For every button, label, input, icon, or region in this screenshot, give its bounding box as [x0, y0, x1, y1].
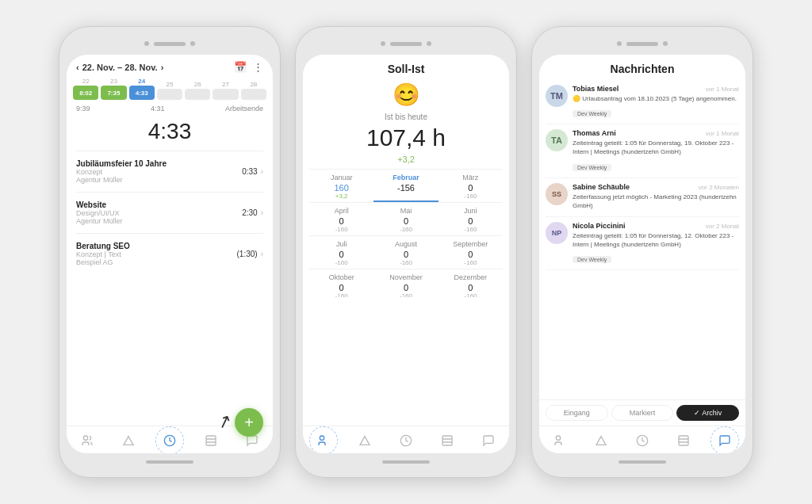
message-1[interactable]: TM Tobias Miesel vor 1 Monat 🟡 Urlaubsan…: [546, 80, 739, 124]
svg-rect-3: [206, 436, 216, 445]
months-row-4: Oktober 0 -160 November 0 -160 Dezember …: [309, 269, 503, 297]
day-label-thu: 25: [167, 81, 174, 88]
p3-nav-active-ring: [710, 426, 739, 453]
msg-1-header: Tobias Miesel vor 1 Monat: [573, 85, 739, 93]
month-oktober[interactable]: Oktober 0 -160: [309, 269, 373, 297]
message-3[interactable]: SS Sabine Schäuble vor 2 Monaten Zeiterf…: [546, 178, 739, 217]
day-bar-mon: 8:02: [73, 86, 98, 100]
month-label-mai: Mai: [377, 207, 435, 215]
month-januar[interactable]: Januar 160 +3,2: [309, 170, 373, 202]
day-bar-tue: 7:35: [101, 86, 126, 100]
phone-3-notch: [539, 37, 745, 50]
p3-nav-list-icon[interactable]: [671, 431, 696, 450]
day-col-mon[interactable]: 22 8:02: [73, 78, 98, 100]
notch-dot-6: [663, 41, 668, 46]
msg-1-time: vor 1 Monat: [706, 86, 739, 93]
task-2[interactable]: Website Design/UI/UX Agentur Müller 2:30…: [67, 196, 273, 230]
p2-nav-list-icon[interactable]: [435, 431, 460, 450]
month-val-jan: 160: [312, 183, 370, 193]
task-3-info: Beratung SEO Konzept | Text Beispiel AG: [76, 242, 237, 266]
month-val-mar: 0: [442, 183, 500, 193]
msg-1-content: Tobias Miesel vor 1 Monat 🟡 Urlaubsantra…: [573, 85, 739, 119]
task-1[interactable]: Jubiläumsfeier 10 Jahre Konzept Agentur …: [67, 155, 273, 189]
task-3-time: (1:30): [237, 250, 258, 258]
task-3-chevron: ›: [261, 250, 263, 258]
month-sub-aug: -160: [377, 259, 435, 266]
msg-2-tag[interactable]: Dev Weekly: [573, 164, 611, 171]
p1-days-row: 22 8:02 23 7:35 24 4:33 25 — 26 —: [67, 76, 273, 101]
month-april[interactable]: April 0 -160: [309, 203, 373, 235]
msg-2-content: Thomas Arni vor 1 Monat Zeiteintrag gete…: [573, 129, 739, 172]
msg-4-text: Zeiteintrag geteilt: 1:05 für Donnerstag…: [573, 231, 739, 249]
p1-nav[interactable]: ‹ 22. Nov. – 28. Nov. ›: [76, 63, 163, 72]
msg-4-tag[interactable]: Dev Weekly: [573, 256, 611, 263]
task-3[interactable]: Beratung SEO Konzept | Text Beispiel AG …: [67, 237, 273, 271]
month-august[interactable]: August 0 -160: [373, 236, 438, 269]
task-2-sub: Design/UI/UX: [76, 209, 242, 217]
month-label-apr: April: [312, 207, 370, 215]
day-col-fri[interactable]: 26 —: [185, 81, 210, 100]
month-label-jul: Juli: [312, 240, 370, 248]
month-dezember[interactable]: Dezember 0 -160: [439, 269, 503, 297]
month-sub-sep: -160: [442, 259, 500, 266]
nav-clock-icon[interactable]: [157, 431, 182, 450]
p3-nav-clock-icon[interactable]: [630, 431, 655, 450]
month-sub-mai: -160: [377, 226, 435, 233]
month-maerz[interactable]: März 0 -160: [439, 170, 503, 202]
tab-eingang[interactable]: Eingang: [546, 405, 608, 421]
day-bar-fri: —: [185, 89, 210, 100]
prev-week-button[interactable]: ‹: [76, 63, 79, 72]
day-col-sat[interactable]: 27 —: [213, 81, 238, 100]
phone-1-screen: ‹ 22. Nov. – 28. Nov. › 📅 ⋮ 22 8:02 23 7…: [67, 55, 273, 453]
day-col-wed[interactable]: 24 4:33: [129, 78, 155, 100]
p3-nav-people-icon[interactable]: [547, 431, 573, 450]
nav-mountain-icon[interactable]: [116, 431, 141, 450]
month-mai[interactable]: Mai 0 -160: [373, 203, 438, 235]
calendar-icon[interactable]: 📅: [234, 61, 247, 73]
task-3-client: Beispiel AG: [76, 258, 237, 266]
task-3-name: Beratung SEO: [76, 242, 237, 250]
month-november[interactable]: November 0 -160: [373, 269, 438, 297]
month-juni[interactable]: Juni 0 -160: [439, 203, 503, 235]
time-end: Arbeitsende: [225, 105, 263, 113]
day-col-tue[interactable]: 23 7:35: [101, 78, 126, 100]
p2-nav-mountain-icon[interactable]: [352, 431, 377, 450]
month-juli[interactable]: Juli 0 -160: [309, 236, 373, 269]
msg-2-sender: Thomas Arni: [573, 129, 616, 137]
day-col-sun[interactable]: 28 —: [241, 81, 266, 100]
msg-4-sender: Nicola Piccinini: [573, 222, 626, 230]
phone-2-screen: Soll-Ist 😊 Ist bis heute 107,4 h +3,2 Ja…: [303, 55, 509, 453]
p3-nav-chat-icon[interactable]: [712, 431, 737, 450]
avatar-sabine: SS: [546, 183, 568, 205]
month-sub-jan: +3,2: [312, 193, 370, 200]
p2-title: Soll-Ist: [303, 55, 509, 78]
p3-nav-mountain-icon[interactable]: [588, 431, 614, 450]
p1-header-icons: 📅 ⋮: [234, 61, 263, 73]
date-range: 22. Nov. – 28. Nov.: [82, 63, 158, 72]
message-2[interactable]: TA Thomas Arni vor 1 Monat Zeiteintrag g…: [546, 124, 739, 178]
home-bar: [146, 460, 193, 464]
month-label-dez: Dezember: [442, 273, 500, 281]
msg-4-content: Nicola Piccinini vor 2 Monat Zeiteintrag…: [573, 222, 739, 265]
month-september[interactable]: September 0 -160: [439, 236, 503, 269]
day-col-thu[interactable]: 25 —: [157, 81, 182, 100]
more-options-icon[interactable]: ⋮: [253, 61, 263, 73]
p2-bottom-nav: [303, 426, 509, 453]
month-februar[interactable]: Februar -156: [373, 170, 438, 202]
message-4[interactable]: NP Nicola Piccinini vor 2 Monat Zeiteint…: [546, 217, 739, 270]
p2-nav-people-icon[interactable]: [311, 431, 336, 450]
msg-3-header: Sabine Schäuble vor 2 Monaten: [573, 183, 739, 191]
month-val-jun: 0: [442, 216, 500, 226]
p2-nav-chat-icon[interactable]: [476, 431, 501, 450]
task-1-client: Agentur Müller: [76, 176, 242, 184]
phone-2: Soll-Ist 😊 Ist bis heute 107,4 h +3,2 Ja…: [295, 26, 517, 478]
next-week-button[interactable]: ›: [161, 63, 164, 72]
day-bar-wed: 4:33: [129, 86, 155, 100]
nav-people-icon[interactable]: [75, 431, 100, 450]
tab-markiert[interactable]: Markiert: [611, 405, 674, 421]
add-time-fab[interactable]: +: [235, 408, 263, 437]
msg-1-tag[interactable]: Dev Weekly: [573, 110, 611, 117]
p2-nav-clock-icon[interactable]: [393, 431, 419, 450]
nav-list-icon[interactable]: [198, 431, 224, 450]
tab-archiv[interactable]: ✓ Archiv: [676, 405, 739, 421]
